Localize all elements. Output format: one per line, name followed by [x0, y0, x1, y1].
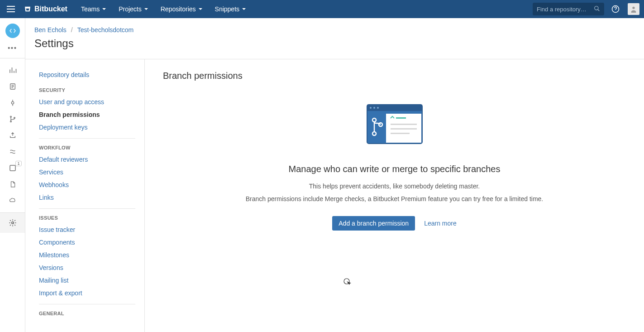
chevron-down-icon — [242, 8, 246, 10]
nav-teams[interactable]: Teams — [76, 2, 110, 16]
nav-services[interactable]: Services — [30, 166, 144, 178]
svg-point-6 — [10, 121, 11, 122]
svg-point-0 — [595, 6, 598, 10]
search-icon — [594, 5, 600, 13]
nav-snippets[interactable]: Snippets — [210, 2, 250, 16]
nav-user-group-access[interactable]: User and group access — [30, 96, 144, 108]
commits-icon[interactable] — [8, 98, 17, 107]
nav-default-reviewers[interactable]: Default reviewers — [30, 153, 144, 166]
bitbucket-logo[interactable]: Bitbucket — [20, 5, 71, 13]
breadcrumb: Ben Echols / Test-becholsdotcom — [34, 26, 635, 34]
share-icon[interactable] — [8, 131, 17, 140]
svg-rect-20 — [391, 124, 417, 125]
section-general: GENERAL — [30, 304, 144, 319]
page-header: Ben Echols / Test-becholsdotcom Settings — [25, 18, 644, 59]
svg-point-5 — [10, 116, 11, 117]
nav-repositories[interactable]: Repositories — [156, 2, 207, 16]
section-issues: ISSUES — [30, 209, 144, 223]
svg-point-13 — [373, 107, 375, 109]
branch-permissions-illustration — [366, 104, 423, 146]
svg-point-7 — [14, 117, 15, 119]
nav-deployment-keys[interactable]: Deployment keys — [30, 121, 144, 134]
svg-point-2 — [632, 7, 634, 9]
add-branch-permission-button[interactable]: Add a branch permission — [332, 216, 415, 231]
brand-text: Bitbucket — [34, 5, 67, 13]
nav-repository-details[interactable]: Repository details — [30, 68, 144, 81]
chevron-down-icon — [199, 8, 202, 10]
bucket-icon — [24, 5, 32, 13]
content-title: Branch permissions — [163, 71, 626, 81]
breadcrumb-separator: / — [71, 26, 73, 34]
branches-icon[interactable] — [8, 115, 17, 124]
top-navigation-bar: Bitbucket Teams Projects Repositories Sn… — [0, 0, 644, 18]
section-workflow: WORKFLOW — [30, 139, 144, 153]
pipelines-icon[interactable] — [8, 147, 17, 156]
pr-count-badge: 1 — [15, 161, 21, 166]
more-icon[interactable]: ••• — [8, 44, 17, 52]
pull-requests-icon[interactable]: 1 — [8, 164, 17, 173]
nav-webhooks[interactable]: Webhooks — [30, 178, 144, 191]
breadcrumb-repo[interactable]: Test-becholsdotcom — [77, 26, 134, 34]
nav-issue-tracker[interactable]: Issue tracker — [30, 223, 144, 236]
help-icon[interactable] — [609, 2, 622, 16]
svg-rect-11 — [367, 105, 422, 111]
main-content: Branch permissions — [145, 59, 644, 332]
chevron-down-icon — [144, 8, 148, 10]
nav-import-export[interactable]: Import & export — [30, 287, 144, 299]
svg-point-9 — [11, 222, 14, 224]
nav-projects[interactable]: Projects — [114, 2, 153, 16]
source-icon[interactable] — [8, 82, 17, 91]
overview-icon[interactable] — [8, 66, 17, 75]
chevron-down-icon — [102, 8, 106, 10]
file-icon[interactable] — [8, 180, 17, 189]
user-avatar[interactable] — [627, 2, 640, 16]
menu-icon[interactable] — [4, 2, 18, 16]
svg-rect-22 — [391, 133, 410, 134]
svg-rect-21 — [391, 128, 417, 130]
settings-navigation: Repository details SECURITY User and gro… — [25, 59, 145, 332]
empty-state-desc-1: This helps prevent accidents, like someb… — [309, 183, 480, 190]
svg-point-14 — [377, 107, 379, 109]
nav-branch-permissions[interactable]: Branch permissions — [30, 108, 144, 121]
learn-more-link[interactable]: Learn more — [424, 220, 457, 227]
icon-sidebar: ••• 1 — [0, 18, 25, 332]
breadcrumb-owner[interactable]: Ben Echols — [34, 26, 67, 34]
nav-milestones[interactable]: Milestones — [30, 249, 144, 261]
empty-state-desc-2: Branch permissions include Merge checks,… — [246, 195, 544, 202]
section-security: SECURITY — [30, 81, 144, 96]
svg-point-4 — [11, 101, 14, 104]
nav-links[interactable]: Links — [30, 191, 144, 204]
settings-icon[interactable] — [8, 218, 17, 227]
downloads-icon[interactable] — [8, 196, 17, 205]
svg-point-12 — [370, 107, 372, 109]
page-title: Settings — [34, 37, 635, 50]
svg-rect-19 — [396, 117, 406, 119]
search-input[interactable] — [537, 6, 591, 13]
empty-state-heading: Manage who can write or merge to specifi… — [288, 164, 500, 174]
nav-versions[interactable]: Versions — [30, 261, 144, 274]
svg-rect-8 — [10, 165, 15, 171]
nav-mailing-list[interactable]: Mailing list — [30, 274, 144, 287]
repository-search[interactable] — [533, 3, 604, 15]
empty-state: Manage who can write or merge to specifi… — [223, 104, 567, 231]
repo-avatar[interactable] — [5, 24, 20, 38]
nav-components[interactable]: Components — [30, 236, 144, 249]
